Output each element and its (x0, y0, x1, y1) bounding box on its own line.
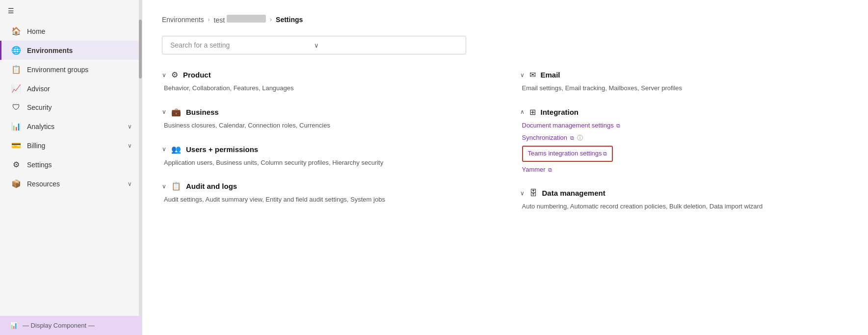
link-sync[interactable]: Synchronization (522, 134, 568, 141)
collapse-icon-integration[interactable]: ∧ (520, 108, 525, 115)
section-links-email: Email settings, Email tracking, Mailboxe… (520, 83, 849, 94)
section-data-management: ∨ 🗄 Data management Auto numbering, Auto… (520, 189, 849, 212)
env-name-text: test (214, 16, 225, 24)
section-icon-users-permissions: 👥 (171, 145, 181, 154)
section-title-business: Business (186, 108, 219, 116)
section-icon-email: ✉ (529, 70, 536, 79)
env-name-blurred (227, 15, 266, 23)
display-component-icon: 📊 (10, 322, 18, 329)
link-row-teams: Teams integration settings ⧉ (522, 145, 849, 163)
section-links-business: Business closures, Calendar, Connection … (162, 121, 491, 131)
sidebar-item-environments[interactable]: 🌐 Environments (0, 41, 142, 60)
display-component[interactable]: 📊 — Display Component — (0, 316, 142, 335)
link-row-doc-mgmt: Document management settings ⧉ (522, 121, 849, 131)
environment-groups-icon: 📋 (11, 65, 21, 74)
sidebar-item-resources[interactable]: 📦 Resources ∨ (0, 174, 142, 193)
breadcrumb-sep2: › (270, 16, 272, 23)
sidebar-label-analytics: Analytics (27, 123, 54, 130)
display-component-label: — Display Component — (23, 322, 95, 329)
left-column: ∨ ⚙ Product Behavior, Collaboration, Fea… (162, 70, 491, 226)
section-header-business: ∨ 💼 Business (162, 107, 491, 117)
sidebar-item-home[interactable]: 🏠 Home (0, 22, 142, 41)
sidebar-item-advisor[interactable]: 📈 Advisor (0, 79, 142, 98)
section-title-integration: Integration (541, 108, 579, 116)
collapse-icon-product[interactable]: ∨ (162, 72, 166, 78)
sidebar-scrollbar[interactable] (139, 0, 142, 335)
sidebar-bottom: 📊 — Display Component — (0, 316, 142, 335)
breadcrumb: Environments › test › Settings (162, 15, 848, 24)
ext-icon-yammer: ⧉ (548, 167, 552, 173)
ext-icon-sync: ⧉ (570, 135, 574, 141)
right-column: ∨ ✉ Email Email settings, Email tracking… (520, 70, 849, 226)
section-title-users-permissions: Users + permissions (186, 145, 258, 154)
environments-icon: 🌐 (11, 46, 21, 55)
collapse-icon-business[interactable]: ∨ (162, 108, 166, 115)
link-doc-mgmt[interactable]: Document management settings (522, 122, 614, 129)
home-icon: 🏠 (11, 26, 21, 36)
info-icon-sync[interactable]: ⓘ (577, 134, 583, 141)
ext-icon-teams: ⧉ (603, 150, 607, 158)
section-links-product: Behavior, Collaboration, Features, Langu… (162, 83, 491, 94)
section-header-data-management: ∨ 🗄 Data management (520, 189, 849, 198)
section-header-product: ∨ ⚙ Product (162, 70, 491, 79)
section-integration: ∧ ⊞ Integration Document management sett… (520, 107, 849, 175)
collapse-icon-data-management[interactable]: ∨ (520, 190, 525, 197)
breadcrumb-environments[interactable]: Environments (162, 16, 204, 24)
ext-icon-doc-mgmt: ⧉ (616, 123, 620, 129)
section-title-email: Email (541, 71, 560, 79)
sidebar-label-advisor: Advisor (27, 85, 50, 93)
scrollbar-thumb (139, 20, 142, 78)
section-title-data-management: Data management (542, 189, 605, 197)
resources-icon: 📦 (11, 179, 21, 188)
section-links-users-permissions: Application users, Business units, Colum… (162, 158, 491, 168)
sidebar-label-environments: Environments (27, 47, 73, 54)
hamburger-button[interactable]: ☰ (0, 0, 142, 22)
settings-grid: ∨ ⚙ Product Behavior, Collaboration, Fea… (162, 70, 848, 226)
security-icon: 🛡 (11, 103, 21, 112)
sidebar-item-billing[interactable]: 💳 Billing ∨ (0, 136, 142, 155)
section-header-integration: ∧ ⊞ Integration (520, 107, 849, 117)
link-row-sync: Synchronization ⧉ ⓘ (522, 133, 849, 143)
breadcrumb-sep1: › (208, 16, 210, 23)
section-header-users-permissions: ∨ 👥 Users + permissions (162, 145, 491, 154)
sidebar-item-analytics[interactable]: 📊 Analytics ∨ (0, 117, 142, 136)
collapse-icon-users-permissions[interactable]: ∨ (162, 146, 166, 153)
sidebar-item-security[interactable]: 🛡 Security (0, 98, 142, 117)
section-links-data-management: Auto numbering, Automatic record creatio… (520, 202, 849, 212)
section-title-audit-logs: Audit and logs (186, 182, 237, 190)
teams-link-box: Teams integration settings ⧉ (522, 146, 613, 162)
sidebar-item-settings[interactable]: ⚙ Settings (0, 155, 142, 174)
collapse-icon-audit-logs[interactable]: ∨ (162, 183, 166, 190)
link-teams[interactable]: Teams integration settings (528, 149, 602, 159)
collapse-icon-email[interactable]: ∨ (520, 72, 525, 78)
chevron-icon-resources: ∨ (128, 180, 132, 187)
sidebar-label-environment-groups: Environment groups (27, 66, 88, 74)
section-business: ∨ 💼 Business Business closures, Calendar… (162, 107, 491, 131)
analytics-icon: 📊 (11, 122, 21, 131)
search-placeholder: Search for a setting (170, 41, 314, 49)
breadcrumb-env-name: test (214, 15, 266, 24)
section-users-permissions: ∨ 👥 Users + permissions Application user… (162, 145, 491, 168)
section-icon-audit-logs: 📋 (171, 181, 181, 191)
section-icon-business: 💼 (171, 107, 181, 117)
search-chevron-icon: ∨ (314, 42, 458, 49)
section-header-email: ∨ ✉ Email (520, 70, 849, 79)
search-bar[interactable]: Search for a setting ∨ (162, 36, 466, 54)
section-header-audit-logs: ∨ 📋 Audit and logs (162, 181, 491, 191)
main-content: Environments › test › Settings Search fo… (142, 0, 868, 335)
section-audit-logs: ∨ 📋 Audit and logs Audit settings, Audit… (162, 181, 491, 205)
sidebar-label-resources: Resources (27, 180, 60, 188)
section-links-integration: Document management settings ⧉ Synchroni… (520, 121, 849, 175)
section-links-audit-logs: Audit settings, Audit summary view, Enti… (162, 195, 491, 205)
sidebar-item-environment-groups[interactable]: 📋 Environment groups (0, 60, 142, 79)
billing-icon: 💳 (11, 141, 21, 150)
sidebar-label-billing: Billing (27, 142, 45, 150)
section-icon-integration: ⊞ (529, 107, 536, 117)
link-yammer[interactable]: Yammer (522, 166, 546, 173)
chevron-icon-analytics: ∨ (128, 123, 132, 130)
advisor-icon: 📈 (11, 84, 21, 93)
section-email: ∨ ✉ Email Email settings, Email tracking… (520, 70, 849, 94)
sidebar: ☰ 🏠 Home 🌐 Environments 📋 Environment gr… (0, 0, 142, 335)
sidebar-label-settings: Settings (27, 161, 52, 169)
settings-icon: ⚙ (11, 160, 21, 169)
